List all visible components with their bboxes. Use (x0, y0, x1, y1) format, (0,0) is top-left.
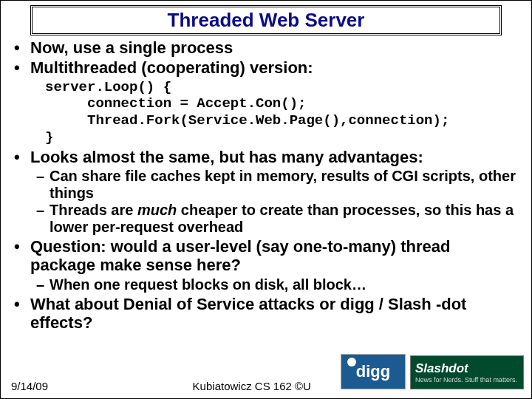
bullet-item: • Multithreaded (cooperating) version: (14, 58, 518, 77)
bullet-text: What about Denial of Service attacks or … (30, 295, 518, 332)
slashdot-title: Slashdot (415, 361, 523, 376)
bullet-item: • What about Denial of Service attacks o… (14, 295, 518, 332)
slide-content: • Now, use a single process • Multithrea… (1, 38, 531, 332)
logo-row: digg Slashdot News for Nerds. Stuff that… (341, 354, 524, 389)
bullet-item: • Looks almost the same, but has many ad… (14, 148, 518, 166)
sub-bullet: – When one request blocks on disk, all b… (36, 276, 518, 293)
bullet-marker: • (14, 295, 30, 332)
sub-text-part: Threads are (50, 202, 137, 218)
slide: Threaded Web Server • Now, use a single … (0, 0, 532, 399)
sub-text: When one request blocks on disk, all blo… (50, 276, 366, 293)
footer-date: 9/14/09 (11, 380, 48, 392)
sub-marker: – (36, 168, 50, 202)
bullet-marker: • (14, 237, 30, 275)
bullet-marker: • (14, 38, 30, 57)
sub-marker: – (36, 276, 50, 293)
slashdot-logo: Slashdot News for Nerds. Stuff that matt… (410, 355, 524, 389)
digg-icon (347, 358, 356, 366)
bullet-text: Multithreaded (cooperating) version: (30, 58, 313, 77)
slashdot-tagline: News for Nerds. Stuff that matters. (415, 376, 523, 383)
code-block: server.Loop() { connection = Accept.Con(… (45, 79, 518, 146)
sub-text: Can share file caches kept in memory, re… (50, 168, 518, 202)
bullet-marker: • (14, 148, 30, 166)
sub-text-emph: much (137, 202, 177, 218)
bullet-text: Question: would a user-level (say one-to… (30, 237, 518, 275)
sub-text: Threads are much cheaper to create than … (50, 202, 518, 236)
footer-credit: Kubiatowicz CS 162 ©U (193, 380, 311, 392)
bullet-item: • Question: would a user-level (say one-… (14, 237, 518, 275)
bullet-item: • Now, use a single process (14, 38, 518, 57)
slide-title: Threaded Web Server (30, 5, 502, 35)
sub-marker: – (36, 202, 50, 236)
bullet-text: Now, use a single process (30, 38, 233, 57)
digg-logo: digg (341, 354, 406, 389)
digg-text: digg (356, 362, 390, 381)
sub-bullet: – Threads are much cheaper to create tha… (36, 202, 518, 236)
sub-bullet: – Can share file caches kept in memory, … (36, 168, 518, 202)
bullet-marker: • (14, 58, 30, 77)
bullet-text: Looks almost the same, but has many adva… (30, 148, 423, 166)
